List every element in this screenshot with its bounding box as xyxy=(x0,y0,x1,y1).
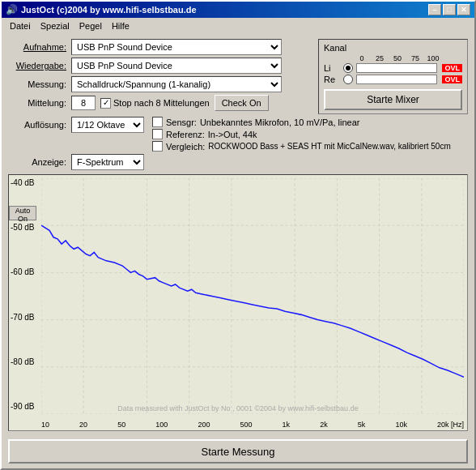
aufloesung-label: Auflösung: xyxy=(8,120,66,130)
menu-hilfe[interactable]: Hilfe xyxy=(107,19,134,32)
title-bar: 🔊 JustOct (c)2004 by www.hifi-selbstbau.… xyxy=(2,2,474,18)
close-button[interactable]: ✕ xyxy=(457,4,470,15)
sensor-value: Unbekanntes Mikrofon, 10 mV/Pa, linear xyxy=(200,118,360,127)
aufnahme-row: Aufnahme: USB PnP Sound Device xyxy=(8,39,312,55)
sensor-label: Sensgr: xyxy=(166,118,197,127)
starte-mixer-button[interactable]: Starte Mixer xyxy=(324,89,462,110)
vergleich-row: Vergleich: ROCKWOOD Bass + SEAS HT mit M… xyxy=(152,141,451,152)
aufloesung-sensor-area: Auflösung: 1/12 Oktave Sensgr: Unbekannt… xyxy=(8,117,468,152)
chart-watermark: Data measured with JustOct by No , 0001 … xyxy=(117,404,358,412)
x-100: 100 xyxy=(155,421,168,429)
scale-50: 50 xyxy=(389,54,406,62)
x-axis-labels: 10 20 50 100 200 500 1k 2k 5k 10k 20k [H… xyxy=(41,421,464,429)
x-200: 200 xyxy=(198,421,210,429)
anzeige-select[interactable]: F-Spektrum xyxy=(71,154,144,170)
sensor-row: Sensgr: Unbekanntes Mikrofon, 10 mV/Pa, … xyxy=(152,117,451,127)
form-left: Aufnahme: USB PnP Sound Device Wiedergab… xyxy=(8,39,312,114)
wiedergabe-label: Wiedergabe: xyxy=(8,61,66,70)
referenz-checkbox[interactable] xyxy=(152,129,163,139)
y-label-50: -50 dB xyxy=(11,223,40,232)
x-1k: 1k xyxy=(283,421,291,429)
kanal-re-row: Re OVL xyxy=(324,75,462,84)
li-label: Li xyxy=(324,63,340,73)
mittelung-input[interactable] xyxy=(71,96,96,110)
chart-inner xyxy=(41,178,464,414)
aufloesung-select[interactable]: 1/12 Oktave xyxy=(71,117,144,133)
app-icon: 🔊 xyxy=(6,4,18,15)
x-20k: 20k [Hz] xyxy=(437,421,464,429)
bottom-area: Starte Messung xyxy=(2,436,474,468)
window-title: JustOct (c)2004 by www.hifi-selbstbau.de xyxy=(21,5,197,15)
kanal-title: Kanal xyxy=(324,43,462,53)
li-ovl: OVL xyxy=(442,64,462,72)
auto-on-button[interactable]: Auto On xyxy=(9,206,36,220)
kanal-panel: Kanal 0 25 50 75 100 Li OVL xyxy=(318,39,468,114)
messung-label: Messung: xyxy=(8,79,66,89)
vergleich-value: ROCKWOOD Bass + SEAS HT mit MicCalNew.wa… xyxy=(208,142,450,151)
stop-checkbox-label: Stop nach 8 Mittelungen xyxy=(100,98,210,109)
referenz-row: Referenz: In->Out, 44k xyxy=(152,129,451,139)
title-buttons: – □ ✕ xyxy=(428,4,470,15)
main-window: 🔊 JustOct (c)2004 by www.hifi-selbstbau.… xyxy=(0,0,476,470)
anzeige-row: Anzeige: F-Spektrum xyxy=(8,154,468,170)
y-label-70: -70 dB xyxy=(11,313,40,322)
anzeige-label: Anzeige: xyxy=(8,157,66,167)
y-label-40: -40 dB xyxy=(11,178,40,187)
chart-svg xyxy=(41,178,464,414)
title-bar-left: 🔊 JustOct (c)2004 by www.hifi-selbstbau.… xyxy=(6,4,197,15)
referenz-label: Referenz: xyxy=(166,130,205,139)
aufnahme-select[interactable]: USB PnP Sound Device xyxy=(71,39,282,55)
re-ovl: OVL xyxy=(442,75,462,83)
li-level-bar xyxy=(356,63,437,73)
menu-pegel[interactable]: Pegel xyxy=(74,19,107,32)
y-label-80: -80 dB xyxy=(11,357,40,366)
wiedergabe-select[interactable]: USB PnP Sound Device xyxy=(71,58,282,74)
frequency-curve xyxy=(41,225,464,377)
x-10k: 10k xyxy=(395,421,407,429)
li-radio[interactable] xyxy=(343,63,353,73)
chart-container: -40 dB -50 dB -60 dB -70 dB -80 dB -90 d… xyxy=(8,174,468,431)
re-label: Re xyxy=(324,75,340,84)
starte-messung-button[interactable]: Starte Messung xyxy=(8,439,468,464)
x-2k: 2k xyxy=(320,421,328,429)
mittelung-label: Mittelung: xyxy=(8,98,66,108)
x-500: 500 xyxy=(240,421,253,429)
check-on-button[interactable]: Check On xyxy=(215,95,269,111)
y-label-90: -90 dB xyxy=(11,402,40,411)
wiedergabe-row: Wiedergabe: USB PnP Sound Device xyxy=(8,58,312,74)
x-5k: 5k xyxy=(358,421,366,429)
mittelung-row: Mittelung: Stop nach 8 Mittelungen Check… xyxy=(8,95,312,111)
re-level-bar xyxy=(356,75,437,84)
x-10: 10 xyxy=(41,421,49,429)
x-50: 50 xyxy=(117,421,125,429)
y-label-60: -60 dB xyxy=(11,267,40,276)
vergleich-checkbox[interactable] xyxy=(152,141,163,152)
top-area: Aufnahme: USB PnP Sound Device Wiedergab… xyxy=(8,39,468,114)
referenz-value: In->Out, 44k xyxy=(208,130,257,139)
messung-row: Messung: Schalldruck/Spannung (1-kanalig… xyxy=(8,76,312,92)
menu-spezial[interactable]: Spezial xyxy=(36,19,74,32)
maximize-button[interactable]: □ xyxy=(443,4,456,15)
minimize-button[interactable]: – xyxy=(428,4,441,15)
scale-75: 75 xyxy=(406,54,424,62)
messung-select[interactable]: Schalldruck/Spannung (1-kanalig) xyxy=(71,76,282,92)
re-radio[interactable] xyxy=(343,75,353,84)
stop-checkbox[interactable] xyxy=(100,98,111,109)
aufnahme-label: Aufnahme: xyxy=(8,42,66,52)
content-area: Aufnahme: USB PnP Sound Device Wiedergab… xyxy=(2,34,474,436)
scale-0: 0 xyxy=(353,54,371,62)
scale-100: 100 xyxy=(424,54,442,62)
scale-25: 25 xyxy=(371,54,389,62)
menu-bar: Datei Spezial Pegel Hilfe xyxy=(2,18,474,34)
kanal-li-row: Li OVL xyxy=(324,63,462,73)
aufloesung-row: Auflösung: 1/12 Oktave xyxy=(8,117,144,133)
x-20: 20 xyxy=(79,421,87,429)
menu-datei[interactable]: Datei xyxy=(5,19,36,32)
sensor-checkbox[interactable] xyxy=(152,117,163,127)
vergleich-label: Vergleich: xyxy=(166,142,205,152)
sensor-info: Sensgr: Unbekanntes Mikrofon, 10 mV/Pa, … xyxy=(152,117,451,152)
